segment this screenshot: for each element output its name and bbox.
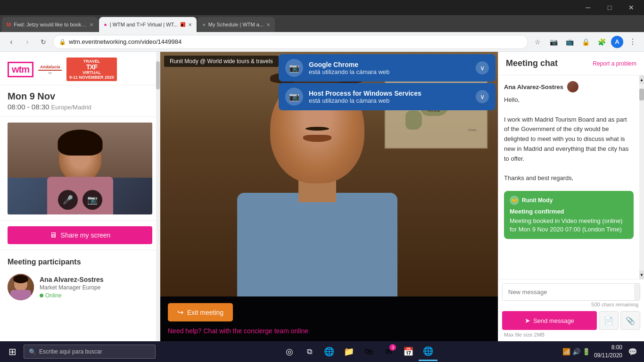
exit-meeting-button[interactable]: ↪ Exit meeting [168, 303, 233, 321]
browser-menu-button[interactable]: ⋮ [626, 35, 639, 49]
gmail-favicon: M [7, 22, 11, 27]
record-indicator: ● [181, 22, 185, 27]
extensions-button[interactable]: 🧩 [595, 35, 608, 49]
network-icon[interactable]: 📶 [562, 348, 570, 355]
schedule-tab-close[interactable]: ✕ [266, 22, 270, 27]
chat-scroll-thumb[interactable] [639, 89, 644, 100]
taskbar-search[interactable]: 🔍 Escribe aquí para buscar [24, 345, 156, 359]
status-text: Online [45, 292, 62, 299]
input-scrollbar[interactable] [634, 284, 640, 300]
meeting-time: 08:00 - 08:30 Europe/Madrid [8, 103, 152, 111]
forward-button[interactable]: › [21, 35, 34, 49]
maximize-button[interactable]: □ [599, 0, 620, 15]
chat-messages-wrapper: Ana Alvarez-Sostres Hello, I work with M… [498, 75, 644, 279]
report-problem-link[interactable]: Report a problem [593, 60, 636, 67]
sent-subject: Meeting confirmed [510, 208, 628, 215]
taskbar-icon-cortana[interactable]: ◎ [280, 342, 299, 361]
taskbar-icon-taskview[interactable]: ⧉ [300, 342, 319, 361]
tabs-toolbar-row: M Fwd: Jetzy would like to book an... ✕ … [0, 15, 644, 38]
taskbar-sys-icons: 📶 🔊 🔋 [562, 348, 590, 355]
tab-gmail[interactable]: M Fwd: Jetzy would like to book an... ✕ [2, 17, 98, 32]
reload-button[interactable]: ↻ [37, 35, 50, 49]
left-sidebar: wtm Andalucía se TRAVEL TXF VIRTUAL 9-11… [0, 52, 160, 341]
lock-icon: 🔒 [59, 39, 66, 45]
help-link[interactable]: Need help? Chat with the concierge team … [168, 327, 490, 335]
message-received-ana: Ana Alvarez-Sostres Hello, I work with M… [504, 81, 634, 183]
chat-scroll-up[interactable]: ▲ [639, 75, 644, 84]
taskbar-icon-edge[interactable]: 🌐 [320, 342, 339, 361]
taskbar-icon-explorer[interactable]: 📁 [339, 342, 358, 361]
sender-avatar-sm [567, 81, 578, 92]
participants-section: Meeting participants Ana Alvarez-Sostres… [0, 250, 160, 308]
taskbar: ⊞ 🔍 Escribe aquí para buscar ◎ ⧉ 🌐 📁 🛍 ✉… [0, 341, 644, 362]
chrome-notif-chevron[interactable]: ∨ [476, 61, 489, 74]
taskbar-icon-calendar[interactable]: 📅 [399, 342, 418, 361]
close-button[interactable]: ✕ [620, 0, 642, 15]
browser-extension-1[interactable]: 📷 [547, 35, 560, 49]
bookmark-button[interactable]: ☆ [531, 35, 544, 49]
wtm-tab-title: | WTM and T>F Virtual | WT... [110, 22, 178, 27]
host-notif-text: Host Process for Windows Services está u… [309, 90, 470, 104]
attach-doc-button[interactable]: 📄 [599, 311, 619, 330]
send-label: Send message [533, 317, 574, 324]
chat-scrollbar[interactable]: ▲ ▼ [639, 75, 644, 279]
host-notif-chevron[interactable]: ∨ [476, 90, 489, 103]
battery-icon[interactable]: 🔋 [582, 348, 590, 355]
participants-title: Meeting participants [8, 258, 152, 266]
local-person-hair [58, 130, 102, 156]
sidebar-scroll-thumb[interactable] [156, 61, 160, 90]
participant-avatar [8, 274, 34, 300]
share-screen-button[interactable]: 🖥 Share my screen [8, 226, 152, 244]
txf-logo: TRAVEL TXF VIRTUAL 9-11 NOVEMBER 2020 [66, 58, 117, 81]
logos-row: wtm Andalucía se TRAVEL TXF VIRTUAL 9-11… [8, 58, 152, 81]
taskbar-icon-mail[interactable]: ✉ 3 [379, 342, 398, 361]
chars-remaining: 500 chars remaining [502, 301, 640, 308]
chrome-notification: 📷 Google Chrome está utilizando la cámar… [279, 54, 495, 82]
mic-button[interactable]: 🎤 [58, 190, 78, 210]
sent-sender-icon: 🤝 [510, 196, 519, 205]
chat-input[interactable] [503, 284, 634, 300]
local-video-section: 🎤 📷 [0, 117, 160, 221]
brand-logos-section: wtm Andalucía se TRAVEL TXF VIRTUAL 9-11… [0, 52, 160, 85]
minimize-button[interactable]: ─ [577, 0, 599, 15]
tab-schedule[interactable]: ● My Schedule | WTM a... ✕ [198, 17, 275, 32]
gmail-tab-close[interactable]: ✕ [90, 22, 93, 27]
local-video-container: 🎤 📷 [8, 123, 152, 214]
notification-overlay: 📷 Google Chrome está utilizando la cámar… [279, 54, 495, 110]
date-time-section: Mon 9 Nov 08:00 - 08:30 Europe/Madrid [0, 85, 160, 117]
schedule-tab-title: My Schedule | WTM a... [208, 22, 264, 27]
video-controls: 🎤 📷 [58, 190, 102, 210]
wtm-logo: wtm [8, 62, 33, 77]
taskbar-time[interactable]: 8:00 09/11/2020 [594, 344, 622, 360]
exit-label: Exit meeting [187, 309, 223, 316]
back-button[interactable]: ‹ [5, 35, 18, 49]
chat-title: Meeting chat [506, 58, 558, 68]
sidebar-scrollbar[interactable] [156, 52, 160, 341]
taskbar-icon-store[interactable]: 🛍 [359, 342, 378, 361]
share-screen-icon: 🖥 [50, 231, 57, 239]
person-torso [237, 193, 397, 296]
status-dot [40, 294, 43, 297]
chat-input-row [502, 283, 640, 301]
start-button[interactable]: ⊞ [3, 342, 22, 361]
address-bar[interactable]: 🔒 wtm.eventnetworking.com/video/1449984 [53, 35, 528, 49]
share-screen-label: Share my screen [61, 231, 111, 239]
volume-icon[interactable]: 🔊 [572, 348, 580, 355]
taskbar-icon-chrome[interactable]: 🌐 [419, 342, 438, 361]
browser-extension-2[interactable]: 📺 [563, 35, 576, 49]
wtm-favicon: ● [104, 22, 107, 27]
message-sent-runit: 🤝 Runit Mody Meeting confirmed Meeting b… [504, 191, 634, 239]
attach-file-button[interactable]: 📎 [620, 311, 640, 330]
taskbar-notification-center[interactable]: 💬 [626, 345, 639, 358]
camera-button[interactable]: 📷 [83, 190, 102, 210]
sent-sender-name: Runit Mody [522, 197, 553, 204]
chat-header: Meeting chat Report a problem [498, 52, 644, 75]
tab-wtm[interactable]: ● | WTM and T>F Virtual | WT... ● ✕ [99, 17, 197, 32]
meeting-date: Mon 9 Nov [8, 91, 152, 102]
send-message-button[interactable]: ➤ Send message [502, 311, 597, 330]
search-icon: 🔍 [29, 348, 36, 355]
profile-avatar[interactable]: A [611, 36, 623, 48]
wtm-tab-close[interactable]: ✕ [188, 22, 192, 27]
browser-extension-3[interactable]: 🔒 [579, 35, 592, 49]
chat-scroll-down[interactable]: ▼ [639, 271, 644, 279]
